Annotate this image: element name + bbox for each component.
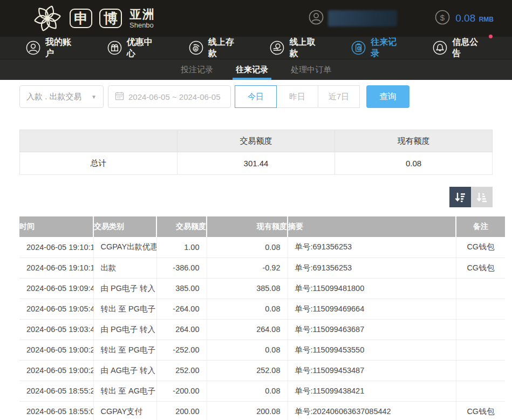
transactions-table: 时间 交易类别 交易额度 现有额度 摘要 备注 2024-06-05 19:10… xyxy=(19,216,505,420)
cell-time: 2024-06-05 19:00:23 xyxy=(19,340,93,360)
cell-amount: 200.00 xyxy=(156,401,207,420)
cell-amount: 264.00 xyxy=(156,319,207,340)
sort-descending-button[interactable] xyxy=(449,187,471,207)
balance-chip[interactable]: $ 0.08 RMB xyxy=(435,10,494,27)
cell-balance: 0.08 xyxy=(207,237,288,258)
cell-note: CG钱包 xyxy=(456,401,505,420)
nav-label: 信息公告 xyxy=(452,37,486,59)
user-account-chip[interactable] xyxy=(309,10,397,27)
cell-summary: 单号:115099481800 xyxy=(288,278,456,299)
cell-type: 转出 至 PG电子 xyxy=(93,340,156,360)
nav-item-promotions[interactable]: 优惠中心 xyxy=(107,37,161,59)
col-header-note: 备注 xyxy=(456,216,505,237)
sub-nav-tabs: 投注记录 往来记录 处理中订单 xyxy=(0,59,512,80)
table-row: 2024-06-05 18:55:08 CGPAY支付 200.00 200.0… xyxy=(19,401,505,420)
nav-label: 线上存款 xyxy=(208,37,242,59)
logo-char-2: 博 xyxy=(99,9,122,28)
cell-time: 2024-06-05 19:05:40 xyxy=(19,299,93,319)
nav-item-transaction-records[interactable]: 往来记录 xyxy=(351,37,405,59)
table-row: 2024-06-05 19:00:23 转出 至 PG电子 -252.00 0.… xyxy=(19,340,505,360)
summary-table: 交易额度 现有额度 总计 301.44 0.08 xyxy=(19,130,493,175)
cell-summary: 单号:115099469664 xyxy=(288,299,456,319)
records-icon xyxy=(351,40,366,55)
user-icon xyxy=(26,40,40,55)
notification-badge-dot xyxy=(489,35,493,38)
table-row: 2024-06-05 19:09:46 由 PG电子 转入 385.00 385… xyxy=(19,278,505,299)
calendar-icon xyxy=(115,91,124,102)
col-header-time: 时间 xyxy=(19,216,93,237)
cell-balance: 264.08 xyxy=(207,319,288,340)
cell-type: 出款 xyxy=(93,258,156,278)
cell-balance: 200.08 xyxy=(207,401,288,420)
tab-pending-orders[interactable]: 处理中订单 xyxy=(283,59,339,80)
nav-item-deposit[interactable]: 线上存款 xyxy=(189,37,242,59)
cell-time: 2024-06-05 19:03:42 xyxy=(19,319,93,340)
svg-text:$: $ xyxy=(440,13,445,22)
logo-region-block: 亚洲 Shenbo xyxy=(129,9,155,29)
cell-time: 2024-06-05 19:10:14 xyxy=(19,237,93,258)
bell-icon xyxy=(433,40,447,55)
cell-time: 2024-06-05 19:10:14 xyxy=(19,258,93,278)
cell-note xyxy=(456,381,505,401)
transaction-type-value: 入款 . 出款交易 xyxy=(26,92,82,102)
cell-note xyxy=(456,340,505,360)
table-row: 2024-06-05 19:10:14 CGPAY出款优惠 1.00 0.08 … xyxy=(19,237,505,258)
summary-total-transaction: 301.44 xyxy=(178,152,335,175)
col-header-type: 交易类别 xyxy=(93,216,156,237)
last7days-button[interactable]: 近7日 xyxy=(318,85,360,108)
today-button[interactable]: 今日 xyxy=(235,85,277,108)
logo-subtitle: Shenbo xyxy=(129,22,155,29)
cell-type: 由 PG电子 转入 xyxy=(93,319,156,340)
cell-time: 2024-06-05 18:55:08 xyxy=(19,401,93,420)
chevron-down-icon: ▼ xyxy=(91,94,97,100)
col-header-amount: 交易额度 xyxy=(156,216,207,237)
top-header: 申 博 亚洲 Shenbo $ xyxy=(0,0,512,37)
nav-label: 优惠中心 xyxy=(127,37,161,59)
cell-note xyxy=(456,278,505,299)
withdraw-icon: $ xyxy=(270,40,284,55)
transactions-header-row: 时间 交易类别 交易额度 现有额度 摘要 备注 xyxy=(19,216,505,237)
cell-summary: 单号:115099438421 xyxy=(288,381,456,401)
cell-note: CG钱包 xyxy=(456,258,505,278)
balance-amount: 0.08 xyxy=(455,12,475,24)
cell-summary: 单号:115099453487 xyxy=(288,360,456,381)
cell-balance: 0.08 xyxy=(207,299,288,319)
tab-betting-records[interactable]: 投注记录 xyxy=(173,59,221,80)
cell-type: 转出 至 PG电子 xyxy=(93,299,156,319)
nav-item-withdraw[interactable]: $ 线上取款 xyxy=(270,37,323,59)
cell-amount: -386.00 xyxy=(156,258,207,278)
cell-note xyxy=(456,360,505,381)
tab-transaction-records[interactable]: 往来记录 xyxy=(228,59,276,80)
site-logo[interactable]: 申 博 亚洲 Shenbo xyxy=(32,3,155,33)
col-header-balance: 现有额度 xyxy=(207,216,288,237)
sort-ascending-button[interactable] xyxy=(471,187,493,207)
cell-balance: -0.92 xyxy=(207,258,288,278)
cell-type: 转出 至 AG电子 xyxy=(93,381,156,401)
cell-summary: 单号:115099463687 xyxy=(288,319,456,340)
nav-item-my-account[interactable]: 我的账户 xyxy=(26,37,79,59)
date-range-value: 2024-06-05 ~ 2024-06-05 xyxy=(128,92,221,101)
cell-summary: 单号:115099453550 xyxy=(288,340,456,360)
cell-time: 2024-06-05 18:55:22 xyxy=(19,381,93,401)
cell-note xyxy=(456,299,505,319)
query-button[interactable]: 查询 xyxy=(366,85,409,108)
cell-balance: 385.08 xyxy=(207,278,288,299)
cell-note xyxy=(456,319,505,340)
cell-time: 2024-06-05 19:00:22 xyxy=(19,360,93,381)
date-range-input[interactable]: 2024-06-05 ~ 2024-06-05 xyxy=(108,85,231,108)
yesterday-button[interactable]: 昨日 xyxy=(276,85,318,108)
cell-summary: 单号:202406063637085442 xyxy=(288,401,456,420)
transaction-type-select[interactable]: 入款 . 出款交易 ▼ xyxy=(19,85,104,108)
user-icon xyxy=(309,10,324,27)
cell-type: 由 AG电子 转入 xyxy=(93,360,156,381)
cell-note: CG钱包 xyxy=(456,237,505,258)
summary-total-row: 总计 301.44 0.08 xyxy=(20,152,493,175)
cell-amount: 385.00 xyxy=(156,278,207,299)
filter-row: 入款 . 出款交易 ▼ 2024-06-05 ~ 2024-06-05 今日 昨… xyxy=(19,85,493,108)
nav-item-announcements[interactable]: 信息公告 xyxy=(433,37,486,59)
main-nav: 我的账户 优惠中心 线上存款 $ 线上取款 xyxy=(0,37,512,59)
nav-label: 线上取款 xyxy=(289,37,323,59)
summary-total-balance: 0.08 xyxy=(335,152,493,175)
username-redacted xyxy=(328,10,397,26)
summary-header-balance: 现有额度 xyxy=(335,130,493,152)
